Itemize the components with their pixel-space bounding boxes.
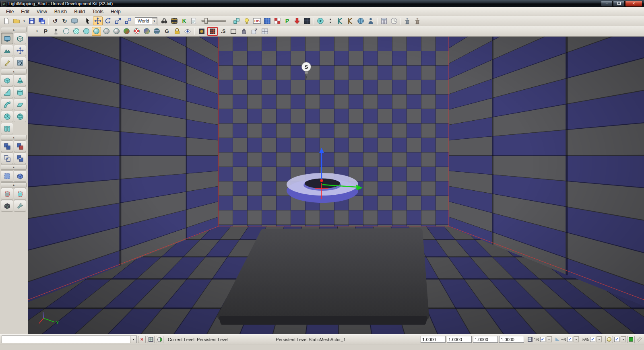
play-on-pc-button[interactable]: [336, 16, 345, 25]
maximize-viewport-button[interactable]: [260, 27, 270, 36]
rotate-tool-button[interactable]: [103, 16, 113, 25]
build-cover-button[interactable]: [272, 16, 282, 25]
detach-viewport-button[interactable]: [250, 27, 259, 36]
cube-wireframe-mode-button[interactable]: [14, 33, 26, 44]
prefab-placement-button[interactable]: [413, 16, 422, 25]
console-command-combo[interactable]: ▾: [2, 336, 137, 343]
translate-tool-button[interactable]: [93, 16, 103, 25]
palette-scroll-up[interactable]: ▴: [1, 27, 27, 32]
cylinder-brush-button[interactable]: [14, 86, 26, 98]
rotation-snap-dropdown[interactable]: ▾: [574, 336, 579, 342]
camera-speed-slider[interactable]: [201, 20, 226, 22]
drawscale-x-field[interactable]: [421, 336, 446, 343]
build-options-button[interactable]: [302, 16, 312, 25]
csg-intersect-button[interactable]: [1, 152, 13, 164]
menu-help[interactable]: Help: [107, 8, 124, 16]
realtime-preview-button[interactable]: [183, 27, 192, 36]
scale-tool-button[interactable]: [113, 16, 123, 25]
camera-mode-button[interactable]: [1, 33, 13, 44]
view-mode-lit-button[interactable]: [92, 27, 101, 36]
scale-nonuniform-tool-button[interactable]: [123, 16, 133, 25]
autosave-checkbox[interactable]: ✓: [614, 337, 619, 342]
csg-deintersect-button[interactable]: [14, 152, 26, 164]
rotation-snap-checkbox[interactable]: ✓: [567, 337, 572, 342]
terrain-edit-mode-button[interactable]: [1, 45, 13, 56]
add-rigid-body-button[interactable]: [14, 188, 26, 200]
play-on-console-button[interactable]: [346, 16, 355, 25]
camera-speed-button[interactable]: [51, 27, 61, 36]
drag-grid-dropdown[interactable]: ▾: [547, 336, 552, 342]
geometry-mode-button[interactable]: [1, 57, 13, 68]
palette-section-divider[interactable]: ▴: [1, 69, 27, 74]
drag-grid-checkbox[interactable]: ✓: [540, 337, 545, 342]
view-mode-unlit-button[interactable]: [82, 27, 91, 36]
game-view-button[interactable]: G: [162, 27, 171, 36]
scale-snap-dropdown[interactable]: ▾: [597, 336, 602, 342]
camera-speed-knob[interactable]: [204, 18, 208, 24]
squint-mode-button[interactable]: .S: [219, 27, 228, 36]
misc-tools-button[interactable]: [14, 200, 26, 212]
actor-placement-button[interactable]: [402, 16, 412, 25]
build-lighting-button[interactable]: [242, 16, 252, 25]
matinee-button[interactable]: [169, 16, 179, 25]
play-in-viewport-button[interactable]: [316, 16, 325, 25]
perspective-viewport[interactable]: S Y: [28, 37, 644, 334]
window-resize-grip[interactable]: [637, 337, 642, 342]
view-mode-brush-wireframe-button[interactable]: [62, 27, 71, 36]
unlit-movement-button[interactable]: [197, 27, 206, 36]
editor-fullscreen-button[interactable]: [70, 16, 79, 25]
search-actors-button[interactable]: [159, 16, 169, 25]
viewport-options-dropdown[interactable]: ▾: [34, 27, 40, 36]
source-control-status-icon[interactable]: [156, 336, 163, 343]
close-button[interactable]: ×: [625, 1, 642, 7]
drawscale-uniform-field[interactable]: [499, 336, 524, 343]
view-mode-light-complexity-button[interactable]: [122, 27, 131, 36]
autosave-dropdown[interactable]: ▾: [621, 336, 626, 342]
console-clear-button[interactable]: ×: [138, 336, 146, 343]
play-network-button[interactable]: [356, 16, 365, 25]
coordinate-system-select[interactable]: World ▾: [135, 17, 157, 25]
menu-tools[interactable]: Tools: [89, 8, 107, 16]
special-brush-button[interactable]: [1, 170, 13, 182]
maximize-button[interactable]: [613, 1, 625, 7]
curved-stairs-brush-button[interactable]: [1, 99, 13, 110]
palette-section-divider[interactable]: ▴: [1, 135, 27, 140]
brush-polys-button[interactable]: [229, 27, 238, 36]
undo-button[interactable]: ↺: [50, 16, 60, 25]
build-geometry-button[interactable]: [232, 16, 242, 25]
refresh-level-button[interactable]: [147, 336, 155, 343]
publish-cook-button[interactable]: [292, 16, 302, 25]
content-browser-button[interactable]: [189, 16, 199, 25]
lightmap-density-button[interactable]: [207, 27, 218, 36]
view-mode-shader-complexity-button[interactable]: [142, 27, 151, 36]
cube-brush-button[interactable]: [1, 74, 13, 86]
editor-performance-icon[interactable]: [627, 336, 635, 343]
csg-add-button[interactable]: [1, 140, 13, 152]
level-streaming-volume-button[interactable]: [239, 27, 249, 36]
open-kismet-button[interactable]: K: [180, 16, 189, 25]
save-level-button[interactable]: [27, 16, 37, 25]
scale-snap-checkbox[interactable]: ✓: [590, 337, 595, 342]
spiral-stairs-brush-button[interactable]: [1, 111, 13, 122]
volume-brush-button[interactable]: [1, 123, 13, 134]
build-all-button[interactable]: P: [283, 16, 292, 25]
redo-button[interactable]: ↻: [60, 16, 69, 25]
drawscale-y-field[interactable]: [447, 336, 472, 343]
add-volume-button[interactable]: [14, 170, 26, 182]
game-stats-button[interactable]: [389, 16, 399, 25]
palette-section-divider[interactable]: ▴: [1, 182, 27, 187]
show-widget-button[interactable]: [83, 16, 93, 25]
sheet-brush-button[interactable]: [14, 99, 26, 110]
sphere-brush-button[interactable]: [14, 111, 26, 122]
menu-edit[interactable]: Edit: [17, 8, 33, 16]
save-all-button[interactable]: [37, 16, 47, 25]
asset-database-button[interactable]: DB: [252, 16, 262, 25]
menu-brush[interactable]: Brush: [51, 8, 70, 16]
translate-widget-mode-button[interactable]: [14, 45, 26, 56]
new-level-button[interactable]: [2, 16, 11, 25]
menu-file[interactable]: File: [2, 8, 17, 16]
minimize-button[interactable]: –: [601, 1, 613, 7]
view-mode-lightmap-texel-button[interactable]: [152, 27, 161, 36]
palette-section-divider[interactable]: ▴: [1, 165, 27, 170]
perspective-button[interactable]: P: [41, 27, 50, 36]
